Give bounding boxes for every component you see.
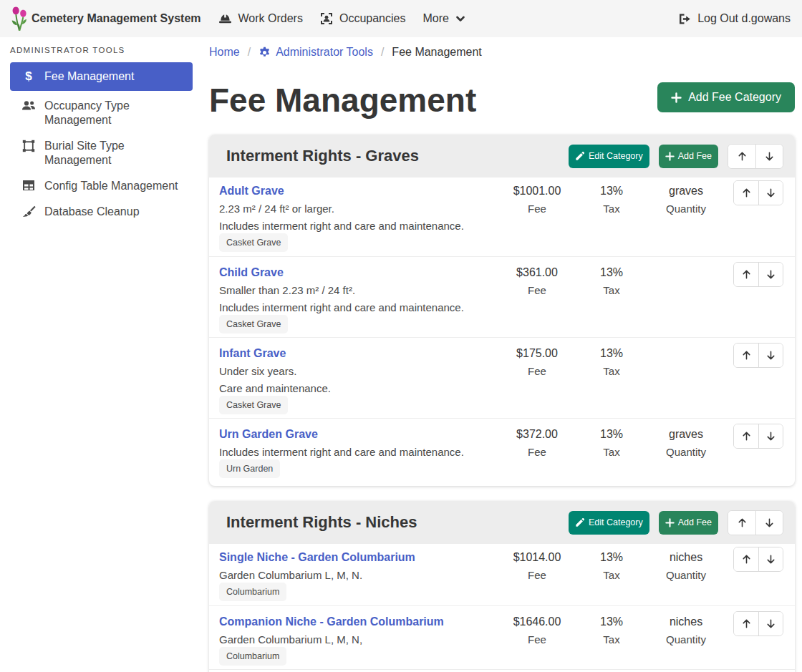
sidebar-item-fee-management[interactable]: $ Fee Management xyxy=(10,62,193,91)
add-fee-button[interactable]: Add Fee xyxy=(659,145,718,168)
fee-tax-col: 13% Tax xyxy=(574,550,649,582)
fee-quantity-col: niches Quantity xyxy=(649,550,723,582)
fee-tax-label: Tax xyxy=(574,284,649,297)
logout-label: Log Out d.gowans xyxy=(697,12,791,25)
fee-amount: $1014.00 xyxy=(500,550,574,565)
fee-description: Care and maintenance. xyxy=(219,382,500,395)
add-fee-button[interactable]: Add Fee xyxy=(659,511,718,535)
fee-category-title: Interment Rights - Niches xyxy=(226,513,417,532)
move-fee-down-button[interactable] xyxy=(758,181,783,205)
move-fee-down-button[interactable] xyxy=(758,547,783,571)
fee-amount-col: $1001.00 Fee xyxy=(500,184,574,215)
fee-tax-label: Tax xyxy=(574,365,649,378)
move-category-down-button[interactable] xyxy=(755,511,783,535)
dollar-icon: $ xyxy=(21,70,36,83)
move-fee-up-button[interactable] xyxy=(734,181,758,205)
move-fee-up-button[interactable] xyxy=(734,263,758,286)
fee-move-group xyxy=(733,180,783,205)
nav-more[interactable]: More xyxy=(414,0,473,37)
move-fee-down-button[interactable] xyxy=(758,263,783,286)
fee-move-group xyxy=(733,343,783,368)
broom-icon xyxy=(21,205,36,218)
fee-description: Garden Columbarium L, M, N. xyxy=(219,569,500,582)
category-move-group xyxy=(728,144,783,169)
fee-quantity-col: graves Quantity xyxy=(649,427,723,459)
fee-tax-label: Tax xyxy=(574,633,649,646)
fee-tax: 13% xyxy=(574,266,649,280)
logout-button[interactable]: Log Out d.gowans xyxy=(678,12,802,25)
page-title: Fee Management xyxy=(209,81,476,120)
fee-row: Single Niche - Garden Columbarium Garden… xyxy=(209,544,795,605)
sidebar-item-label: Config Table Management xyxy=(44,179,178,193)
move-fee-down-button[interactable] xyxy=(758,344,783,367)
fee-amount-label: Fee xyxy=(500,446,574,459)
move-fee-up-button[interactable] xyxy=(734,344,758,367)
fee-amount-label: Fee xyxy=(500,203,574,215)
fee-tax-label: Tax xyxy=(574,569,649,582)
move-fee-down-button[interactable] xyxy=(758,424,783,448)
sidebar-item-config-table[interactable]: Config Table Management xyxy=(10,175,193,197)
main-content: Home / Administrator Tools / Fee Managem… xyxy=(200,37,802,672)
portrait-frame-icon xyxy=(320,12,333,25)
fee-name-link[interactable]: Single Niche - Garden Columbarium xyxy=(219,550,415,565)
fee-row: Infant Grave Under six years.Care and ma… xyxy=(209,337,795,418)
breadcrumb-home[interactable]: Home xyxy=(209,46,240,59)
fee-move-group xyxy=(733,262,783,287)
edit-category-button[interactable]: Edit Category xyxy=(569,145,649,168)
nav-occupancies[interactable]: Occupancies xyxy=(311,0,415,37)
pencil-icon xyxy=(575,151,585,161)
fee-quantity-col: graves Quantity xyxy=(649,184,723,215)
sidebar-item-label: Occupancy Type Management xyxy=(44,99,185,127)
move-fee-up-button[interactable] xyxy=(734,612,758,636)
fee-quantity-col xyxy=(649,346,723,351)
fee-description: 2.23 m² / 24 ft² or larger. xyxy=(219,203,500,215)
nav-more-label: More xyxy=(422,12,448,25)
fee-amount-col: $361.00 Fee xyxy=(500,266,574,297)
move-fee-up-button[interactable] xyxy=(734,424,758,448)
sidebar-item-occupancy-type[interactable]: Occupancy Type Management xyxy=(10,95,193,131)
fee-amount-label: Fee xyxy=(500,569,574,582)
chevron-down-icon xyxy=(455,14,465,24)
fee-name-link[interactable]: Urn Garden Grave xyxy=(219,427,318,442)
fee-quantity-label: Quantity xyxy=(649,633,723,646)
fee-amount: $372.00 xyxy=(500,427,574,442)
fee-name-link[interactable]: Adult Grave xyxy=(219,184,284,198)
fee-quantity: niches xyxy=(649,550,723,565)
plus-icon xyxy=(665,152,675,161)
add-fee-category-button[interactable]: Add Fee Category xyxy=(657,82,795,112)
fee-name-link[interactable]: Child Grave xyxy=(219,266,284,280)
move-category-up-button[interactable] xyxy=(728,145,755,168)
move-fee-up-button[interactable] xyxy=(734,547,758,571)
nav-work-orders[interactable]: Work Orders xyxy=(210,0,311,37)
fee-description: Includes interment right and care and ma… xyxy=(219,301,500,314)
fee-name-link[interactable]: Infant Grave xyxy=(219,346,286,361)
fee-amount-label: Fee xyxy=(500,365,574,378)
fee-tax-label: Tax xyxy=(574,446,649,459)
fee-tax: 13% xyxy=(574,346,649,361)
fee-move-group xyxy=(733,424,783,449)
fee-amount-col: $1646.00 Fee xyxy=(500,615,574,646)
fee-tax-label: Tax xyxy=(574,203,649,215)
fee-move-group xyxy=(733,611,783,636)
move-fee-down-button[interactable] xyxy=(758,612,783,636)
sidebar-item-database-cleanup[interactable]: Database Cleanup xyxy=(10,201,193,223)
fee-tax: 13% xyxy=(574,550,649,565)
fee-category-header: Interment Rights - Niches Edit Category … xyxy=(209,501,795,544)
brand[interactable]: Cemetery Management System xyxy=(0,5,201,32)
fee-row: Child Grave Smaller than 2.23 m² / 24 ft… xyxy=(209,256,795,337)
fee-quantity: graves xyxy=(649,427,723,442)
fee-category-title: Interment Rights - Graves xyxy=(226,147,419,165)
fee-quantity-col: niches Quantity xyxy=(649,615,723,646)
nav-occupancies-label: Occupancies xyxy=(339,12,406,25)
fee-name-link[interactable]: Companion Niche - Garden Columbarium xyxy=(219,615,444,629)
sidebar-item-label: Database Cleanup xyxy=(44,205,140,219)
app-title: Cemetery Management System xyxy=(32,12,201,25)
move-category-down-button[interactable] xyxy=(755,145,783,168)
move-category-up-button[interactable] xyxy=(728,511,755,535)
edit-category-button[interactable]: Edit Category xyxy=(569,511,649,535)
gear-icon xyxy=(259,47,271,59)
breadcrumb-admin-tools[interactable]: Administrator Tools xyxy=(259,46,373,59)
breadcrumb: Home / Administrator Tools / Fee Managem… xyxy=(209,46,795,59)
fee-amount-col: $1014.00 Fee xyxy=(500,550,574,582)
sidebar-item-burial-site-type[interactable]: Burial Site Type Management xyxy=(10,135,193,171)
